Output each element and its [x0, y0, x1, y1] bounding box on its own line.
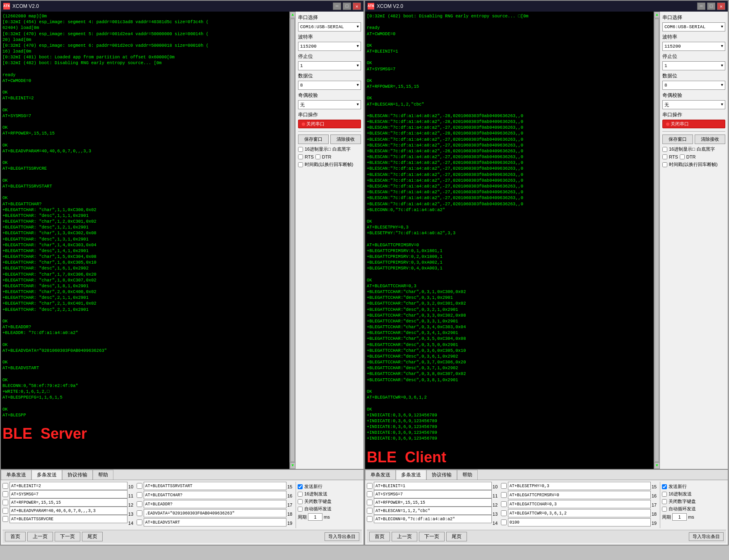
cmd-cb-sr5[interactable] — [137, 519, 142, 525]
cmd-cb-sr3[interactable] — [137, 501, 142, 507]
close-btn-client[interactable]: ✕ — [717, 2, 725, 10]
scroll-down-server[interactable]: ▼ — [290, 462, 295, 469]
cmd-cb-s4[interactable] — [2, 508, 8, 514]
cmd-input-s5[interactable] — [10, 515, 128, 523]
port-select-client[interactable]: COM6:USB-SERIAL ▼ — [662, 22, 725, 31]
cmd-input-c5[interactable] — [374, 515, 492, 523]
tab-single-server[interactable]: 单条发送 — [1, 470, 31, 480]
scroll-bar-client[interactable]: ▲ ▼ — [654, 12, 659, 469]
cmd-input-sr2[interactable] — [144, 491, 286, 499]
save-btn-server[interactable]: 保存窗口 — [298, 135, 329, 144]
baud-select-client[interactable]: 115200 ▼ — [662, 42, 725, 51]
data-select-client[interactable]: 8 ▼ — [662, 81, 725, 90]
baud-select-server[interactable]: 115200 ▼ — [298, 42, 361, 51]
rts-checkbox-server[interactable] — [298, 154, 303, 159]
cmd-cb-s2[interactable] — [2, 491, 8, 497]
cmd-input-s4[interactable] — [10, 507, 128, 515]
cmd-input-cr2[interactable] — [508, 491, 651, 499]
nav-prev-client[interactable]: 上一页 — [392, 532, 417, 541]
nav-first-client[interactable]: 首页 — [369, 532, 390, 541]
nav-last-server[interactable]: 尾页 — [82, 532, 103, 541]
close-kb-cb-server[interactable] — [298, 499, 303, 504]
cmd-cb-cr3[interactable] — [501, 501, 507, 507]
minimize-btn-server[interactable]: ─ — [333, 2, 341, 10]
scroll-bar-server[interactable]: ▲ ▼ — [289, 12, 295, 469]
tab-multi-server[interactable]: 多条发送 — [31, 470, 62, 480]
tab-multi-client[interactable]: 多条发送 — [396, 470, 426, 480]
tab-protocol-server[interactable]: 协议传输 — [62, 470, 93, 480]
tab-help-server[interactable]: 帮助 — [93, 470, 113, 480]
dtr-checkbox-server[interactable] — [315, 154, 320, 159]
cmd-input-cr4[interactable] — [508, 509, 651, 517]
nav-last-client[interactable]: 尾页 — [446, 532, 467, 541]
tab-single-client[interactable]: 单条发送 — [365, 470, 396, 480]
auto-loop-cb-client[interactable] — [662, 507, 667, 512]
port-select-server[interactable]: COM16:USB-SERIAL ▼ — [298, 22, 361, 31]
cmd-input-s3[interactable] — [10, 498, 128, 507]
cmd-input-s1[interactable] — [10, 482, 128, 490]
hex-send-cb-client[interactable] — [662, 492, 667, 497]
nav-next-server[interactable]: 下一页 — [55, 532, 80, 541]
nav-prev-server[interactable]: 上一页 — [27, 532, 53, 541]
nav-next-client[interactable]: 下一页 — [419, 532, 445, 541]
close-port-btn-server[interactable]: 关闭串口 — [298, 120, 361, 128]
cmd-cb-s1[interactable] — [2, 483, 8, 489]
close-port-btn-client[interactable]: 关闭串口 — [662, 120, 725, 128]
tab-protocol-client[interactable]: 协议传输 — [426, 470, 457, 480]
close-kb-cb-client[interactable] — [662, 499, 667, 504]
cmd-cb-s5[interactable] — [2, 516, 8, 522]
scroll-down-client[interactable]: ▼ — [654, 462, 659, 469]
scroll-up-server[interactable]: ▲ — [290, 12, 295, 18]
send-newline-cb-client[interactable] — [662, 484, 667, 489]
period-input-server[interactable] — [308, 513, 322, 521]
cmd-input-cr1[interactable] — [508, 482, 651, 490]
save-btn-client[interactable]: 保存窗口 — [662, 135, 693, 144]
minimize-btn-client[interactable]: ─ — [697, 2, 705, 10]
import-btn-client[interactable]: 导入导出条目 — [689, 532, 724, 541]
timer-checkbox-server[interactable] — [298, 162, 303, 167]
cmd-input-c2[interactable] — [374, 490, 492, 498]
scroll-up-client[interactable]: ▲ — [654, 12, 659, 18]
cmd-input-sr3[interactable] — [144, 500, 286, 508]
parity-select-client[interactable]: 无 ▼ — [662, 100, 725, 109]
stop-select-server[interactable]: 1 ▼ — [298, 61, 361, 70]
cmd-input-sr1[interactable] — [144, 482, 286, 490]
cmd-cb-c4[interactable] — [367, 508, 373, 514]
parity-select-server[interactable]: 无 ▼ — [298, 100, 361, 109]
send-newline-cb-server[interactable] — [298, 484, 303, 489]
cmd-input-s2[interactable] — [10, 490, 128, 498]
maximize-btn-server[interactable]: □ — [343, 2, 351, 10]
timer-checkbox-client[interactable] — [662, 162, 667, 167]
rts-checkbox-client[interactable] — [662, 154, 667, 159]
cmd-input-c3[interactable] — [374, 498, 492, 507]
cmd-cb-cr4[interactable] — [501, 510, 507, 516]
cmd-cb-sr1[interactable] — [137, 483, 142, 489]
data-select-server[interactable]: 8 ▼ — [298, 81, 361, 90]
cmd-cb-sr2[interactable] — [137, 492, 142, 498]
tab-help-client[interactable]: 帮助 — [457, 470, 478, 480]
clear-btn-client[interactable]: 清除接收 — [695, 135, 725, 144]
period-input-client[interactable] — [672, 513, 687, 521]
cmd-input-sr5[interactable] — [144, 518, 286, 526]
cmd-cb-cr5[interactable] — [501, 519, 507, 525]
hex-checkbox-server[interactable] — [298, 147, 303, 152]
cmd-cb-c5[interactable] — [367, 516, 373, 522]
cmd-input-cr3[interactable] — [508, 500, 651, 508]
maximize-btn-client[interactable]: □ — [707, 2, 715, 10]
scroll-thumb-server[interactable] — [290, 19, 295, 462]
close-btn-server[interactable]: ✕ — [353, 2, 361, 10]
cmd-cb-sr4[interactable] — [137, 510, 142, 516]
cmd-input-cr5[interactable] — [508, 518, 651, 526]
import-btn-server[interactable]: 导入导出条目 — [325, 532, 359, 541]
scroll-thumb-client[interactable] — [654, 19, 659, 462]
hex-send-cb-server[interactable] — [298, 492, 303, 497]
cmd-cb-c2[interactable] — [367, 491, 373, 497]
cmd-cb-c1[interactable] — [367, 483, 373, 489]
clear-btn-server[interactable]: 清除接收 — [330, 135, 361, 144]
stop-select-client[interactable]: 1 ▼ — [662, 61, 725, 70]
cmd-input-sr4[interactable] — [144, 509, 286, 517]
cmd-input-c1[interactable] — [374, 482, 492, 490]
cmd-cb-s3[interactable] — [2, 500, 8, 505]
dtr-checkbox-client[interactable] — [680, 154, 685, 159]
hex-checkbox-client[interactable] — [662, 147, 667, 152]
